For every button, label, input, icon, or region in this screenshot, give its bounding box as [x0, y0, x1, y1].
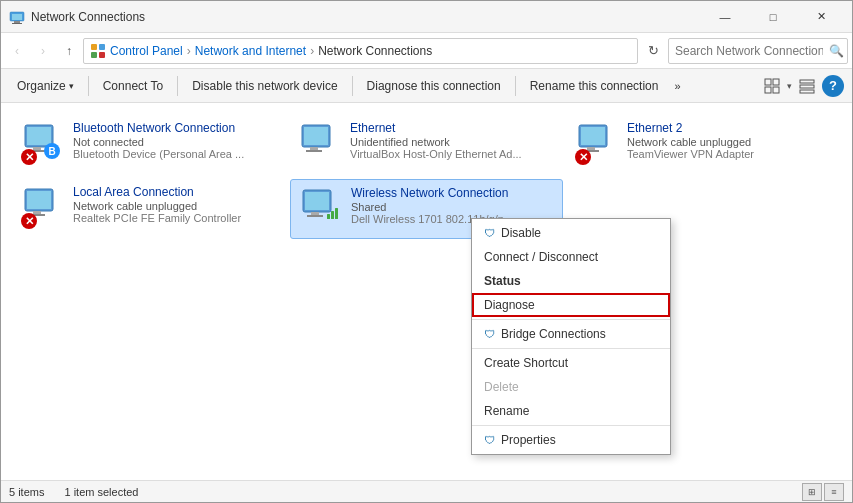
search-input[interactable]	[668, 38, 848, 64]
shield-icon-properties: 🛡	[484, 434, 495, 446]
svg-rect-36	[307, 215, 323, 217]
small-icons-btn[interactable]: ≡	[824, 483, 844, 501]
maximize-button[interactable]: □	[750, 3, 796, 31]
view-icon	[764, 78, 780, 94]
lan-info: Local Area Connection Network cable unpl…	[73, 185, 278, 224]
ethernet-name: Ethernet	[350, 121, 555, 135]
selected-count: 1 item selected	[64, 486, 138, 498]
disable-device-button[interactable]: Disable this network device	[184, 73, 345, 99]
details-view-button[interactable]	[794, 73, 820, 99]
bluetooth-icon-wrapper: B ✕	[21, 121, 65, 165]
lan-adapter: Realtek PCIe FE Family Controller	[73, 212, 278, 224]
svg-rect-34	[305, 192, 329, 210]
svg-rect-4	[91, 44, 97, 50]
rename-button[interactable]: Rename this connection	[522, 73, 667, 99]
svg-text:B: B	[48, 146, 55, 157]
ethernet2-error-badge: ✕	[575, 149, 591, 165]
organize-button[interactable]: Organize ▾	[9, 73, 82, 99]
diagnose-button[interactable]: Diagnose this connection	[359, 73, 509, 99]
network-item-ethernet[interactable]: Ethernet Unidentified network VirtualBox…	[290, 115, 563, 175]
svg-rect-27	[587, 147, 595, 150]
svg-rect-7	[99, 52, 105, 58]
ethernet-status: Unidentified network	[350, 136, 555, 148]
context-disable[interactable]: 🛡 Disable	[472, 221, 670, 245]
toolbar-separator-2	[177, 76, 178, 96]
ethernet-icon-wrapper	[298, 121, 342, 165]
network-grid: B ✕ Bluetooth Network Connection Not con…	[13, 115, 840, 239]
svg-rect-30	[27, 191, 51, 209]
svg-rect-3	[12, 23, 22, 24]
lan-name: Local Area Connection	[73, 185, 278, 199]
bluetooth-status: Not connected	[73, 136, 278, 148]
svg-rect-1	[12, 14, 22, 20]
window-icon	[9, 9, 25, 25]
status-bar-right: ⊞ ≡	[802, 483, 844, 501]
main-content: B ✕ Bluetooth Network Connection Not con…	[1, 103, 852, 480]
close-button[interactable]: ✕	[798, 3, 844, 31]
svg-rect-10	[765, 87, 771, 93]
svg-rect-31	[33, 211, 41, 214]
details-icon	[799, 78, 815, 94]
up-button[interactable]: ↑	[57, 39, 81, 63]
svg-rect-23	[310, 147, 318, 150]
svg-rect-26	[581, 127, 605, 145]
address-bar: ‹ › ↑ Control Panel › Network and Intern…	[1, 33, 852, 69]
item-count: 5 items	[9, 486, 44, 498]
title-bar-controls: — □ ✕	[702, 3, 844, 31]
lan-status: Network cable unplugged	[73, 200, 278, 212]
ethernet2-adapter: TeamViewer VPN Adapter	[627, 148, 832, 160]
svg-rect-38	[331, 211, 334, 219]
search-wrapper: 🔍	[668, 38, 848, 64]
context-delete[interactable]: Delete	[472, 375, 670, 399]
toolbar-separator-4	[515, 76, 516, 96]
svg-rect-2	[14, 21, 20, 23]
view-options-button[interactable]	[759, 73, 785, 99]
bluetooth-info: Bluetooth Network Connection Not connect…	[73, 121, 278, 160]
context-diagnose[interactable]: Diagnose	[472, 293, 670, 317]
context-properties[interactable]: 🛡 Properties	[472, 428, 670, 452]
lan-icon-wrapper: ✕	[21, 185, 65, 229]
breadcrumb-part3: Network Connections	[318, 44, 432, 58]
control-panel-icon	[90, 43, 106, 59]
lan-error-badge: ✕	[21, 213, 37, 229]
ethernet-info: Ethernet Unidentified network VirtualBox…	[350, 121, 555, 160]
breadcrumb[interactable]: Control Panel › Network and Internet › N…	[83, 38, 638, 64]
context-rename[interactable]: Rename	[472, 399, 670, 423]
context-bridge[interactable]: 🛡 Bridge Connections	[472, 322, 670, 346]
svg-rect-16	[27, 127, 51, 145]
forward-button[interactable]: ›	[31, 39, 55, 63]
svg-rect-37	[327, 214, 330, 219]
wireless-name: Wireless Network Connection	[351, 186, 554, 200]
context-create-shortcut[interactable]: Create Shortcut	[472, 351, 670, 375]
search-button[interactable]: 🔍	[829, 44, 844, 58]
ethernet-adapter: VirtualBox Host-Only Ethernet Ad...	[350, 148, 555, 160]
breadcrumb-part2[interactable]: Network and Internet	[195, 44, 306, 58]
toolbar-separator-1	[88, 76, 89, 96]
svg-rect-24	[306, 150, 322, 152]
minimize-button[interactable]: —	[702, 3, 748, 31]
refresh-button[interactable]: ↻	[640, 38, 666, 64]
back-button[interactable]: ‹	[5, 39, 29, 63]
large-icons-btn[interactable]: ⊞	[802, 483, 822, 501]
more-button[interactable]: »	[668, 73, 686, 99]
svg-rect-12	[800, 80, 814, 83]
help-button[interactable]: ?	[822, 75, 844, 97]
ethernet2-info: Ethernet 2 Network cable unplugged TeamV…	[627, 121, 832, 160]
svg-rect-5	[99, 44, 105, 50]
network-item-lan[interactable]: ✕ Local Area Connection Network cable un…	[13, 179, 286, 239]
network-item-ethernet2[interactable]: ✕ Ethernet 2 Network cable unplugged Tea…	[567, 115, 840, 175]
bluetooth-error-badge: ✕	[21, 149, 37, 165]
svg-rect-14	[800, 90, 814, 93]
context-status[interactable]: Status	[472, 269, 670, 293]
connect-to-button[interactable]: Connect To	[95, 73, 172, 99]
wireless-status: Shared	[351, 201, 554, 213]
svg-rect-22	[304, 127, 328, 145]
context-separator-3	[472, 425, 670, 426]
status-bar: 5 items 1 item selected ⊞ ≡	[1, 480, 852, 502]
breadcrumb-part1[interactable]: Control Panel	[110, 44, 183, 58]
title-bar: Network Connections — □ ✕	[1, 1, 852, 33]
ethernet2-status: Network cable unplugged	[627, 136, 832, 148]
context-separator-2	[472, 348, 670, 349]
network-item-bluetooth[interactable]: B ✕ Bluetooth Network Connection Not con…	[13, 115, 286, 175]
context-connect-disconnect[interactable]: Connect / Disconnect	[472, 245, 670, 269]
